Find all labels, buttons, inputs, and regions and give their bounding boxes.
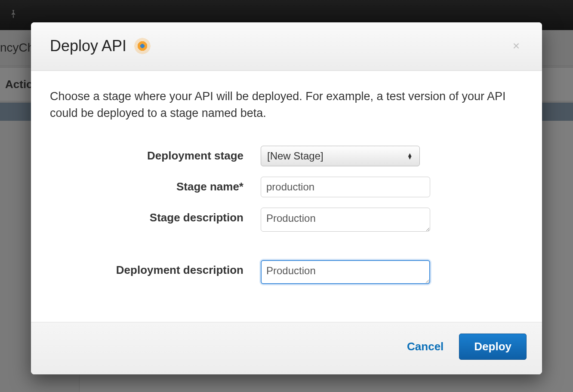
form-row-deployment-stage: Deployment stage [New Stage] ▲▼ [50,146,523,166]
chevron-up-down-icon: ▲▼ [407,153,413,159]
deployment-stage-selected: [New Stage] [267,150,323,162]
label-stage-name: Stage name* [50,177,261,193]
label-stage-description: Stage description [50,208,261,224]
close-icon[interactable]: × [509,38,523,54]
target-icon [134,38,151,54]
cancel-button[interactable]: Cancel [407,340,444,353]
modal-title-wrap: Deploy API [50,37,151,55]
stage-description-input[interactable] [261,208,430,232]
deploy-api-modal: Deploy API × Choose a stage where your A… [31,22,542,374]
modal-header: Deploy API × [31,22,542,71]
modal-description: Choose a stage where your API will be de… [50,88,523,122]
form-row-stage-description: Stage description [50,208,523,233]
modal-body: Choose a stage where your API will be de… [31,71,542,322]
label-deployment-description: Deployment description [50,260,261,277]
modal-footer: Cancel Deploy [31,322,542,374]
stage-name-input[interactable] [261,177,430,197]
deploy-button[interactable]: Deploy [459,334,527,360]
deployment-description-input[interactable] [261,260,430,284]
modal-title: Deploy API [50,37,126,55]
form-row-stage-name: Stage name* [50,177,523,197]
deployment-stage-select[interactable]: [New Stage] ▲▼ [261,146,420,166]
label-deployment-stage: Deployment stage [50,146,261,162]
form-row-deployment-description: Deployment description [50,260,523,286]
